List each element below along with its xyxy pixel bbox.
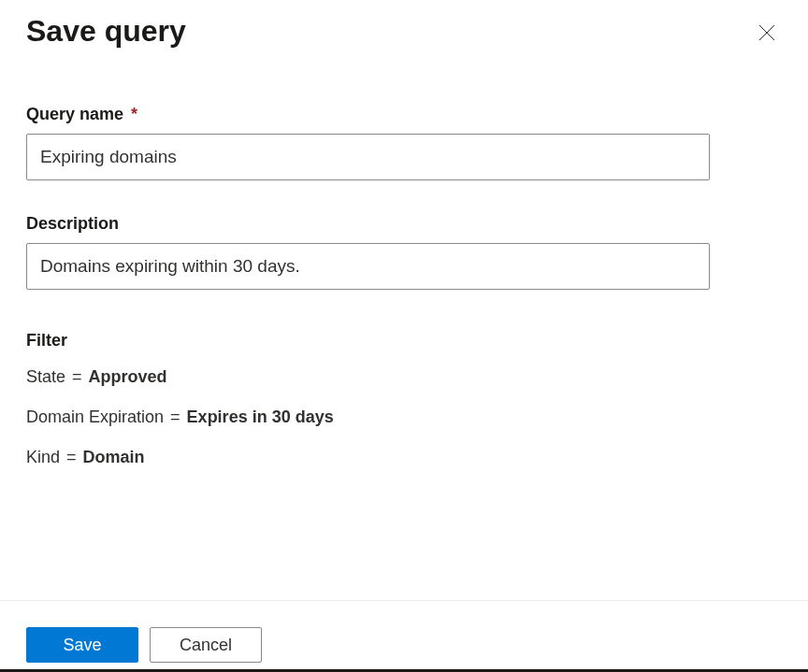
filter-value: Domain bbox=[83, 448, 145, 466]
dialog-header: Save query bbox=[0, 0, 808, 49]
dialog-body: Query name * Description Filter State = … bbox=[0, 49, 808, 467]
required-indicator: * bbox=[131, 105, 137, 123]
description-input[interactable] bbox=[26, 243, 710, 290]
query-name-label: Query name * bbox=[26, 105, 782, 124]
query-name-input[interactable] bbox=[26, 134, 710, 180]
dialog-title: Save query bbox=[26, 14, 186, 49]
filter-key: Kind bbox=[26, 448, 60, 466]
description-label: Description bbox=[26, 214, 782, 234]
close-button[interactable] bbox=[752, 18, 782, 48]
dialog-footer: Save Cancel bbox=[0, 600, 808, 663]
filter-key: Domain Expiration bbox=[26, 407, 164, 426]
filter-key: State bbox=[26, 367, 65, 386]
filter-item-state: State = Approved bbox=[26, 367, 782, 387]
close-icon bbox=[758, 23, 776, 42]
filter-equals: = bbox=[170, 407, 185, 426]
filter-item-kind: Kind = Domain bbox=[26, 448, 782, 467]
filter-item-domain-expiration: Domain Expiration = Expires in 30 days bbox=[26, 407, 782, 427]
filter-value: Expires in 30 days bbox=[187, 407, 334, 426]
query-name-field-group: Query name * bbox=[26, 105, 782, 180]
cancel-button[interactable]: Cancel bbox=[150, 627, 262, 663]
save-button[interactable]: Save bbox=[26, 627, 138, 663]
filter-section: Filter State = Approved Domain Expiratio… bbox=[26, 331, 782, 467]
filter-heading: Filter bbox=[26, 331, 782, 350]
filter-equals: = bbox=[66, 448, 81, 466]
filter-value: Approved bbox=[89, 367, 167, 386]
description-field-group: Description bbox=[26, 214, 782, 290]
filter-equals: = bbox=[72, 367, 87, 386]
query-name-label-text: Query name bbox=[26, 105, 123, 123]
